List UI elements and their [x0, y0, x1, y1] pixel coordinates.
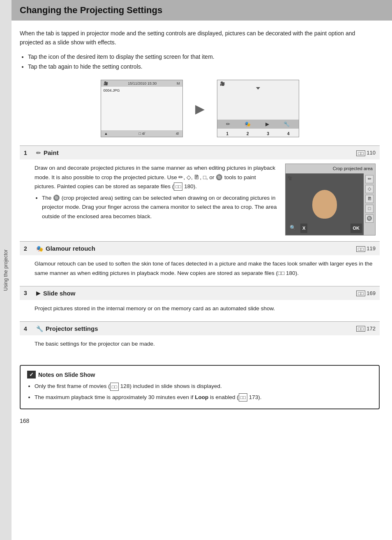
settings-section-icon: 🔧 [36, 325, 43, 332]
dropdown-indicator [256, 87, 260, 90]
section-3-ref: □□ 169 [356, 290, 376, 297]
frame-count: □ 4/ [138, 132, 145, 136]
diagram-area: 🎥 15/11/2010 15:30 M 0004.JPG ▲ □ 4/ 4! … [20, 80, 380, 137]
filename: 0004.JPG [101, 87, 182, 94]
section-1-header: 1 ✏ Paint □□ 110 [20, 145, 380, 159]
settings-icon[interactable]: 🔧 [284, 121, 290, 127]
crop-main: 🎥 🔍 X OK [286, 173, 364, 235]
section-1-split: Draw on and decorate projected pictures … [35, 164, 376, 235]
section-4-title: Projector settings [46, 325, 98, 332]
notes-list: Only the first frame of movies (□□ 128) … [35, 382, 372, 402]
cam-icon2: 🎥 [220, 81, 225, 86]
section-2-para: Glamour retouch can be used to soften th… [35, 259, 376, 278]
crop-screen: Crop projected area 🎥 🔍 X OK [285, 164, 376, 235]
section-3-header: 3 ▶ Slide show □□ 169 [20, 286, 380, 300]
bullet-item: Tap the tab again to hide the setting co… [28, 62, 380, 72]
screen2-topbar: 🎥 [217, 80, 299, 87]
label-3: 3 [264, 131, 272, 137]
section-1-number: 1 [24, 150, 30, 156]
notes-title: ✓ Notes on Slide Show [27, 371, 372, 378]
section-1-para: Draw on and decorate projected pictures … [35, 164, 277, 191]
section-2: 2 🎭 Glamour retouch □□ 119 Glamour retou… [20, 241, 380, 286]
section-3-title: Slide show [43, 290, 75, 297]
cam-corner-icon: 🎥 [287, 175, 292, 182]
main-content: Changing the Projecting Settings When th… [12, 0, 392, 540]
nav-left: ▲ [104, 132, 108, 136]
section-3-para: Project pictures stored in the internal … [35, 304, 376, 313]
notes-box: ✓ Notes on Slide Show Only the first fra… [20, 365, 380, 409]
crop-label: Crop projected area [286, 164, 375, 173]
intro-bullets: Tap the icon of the desired item to disp… [28, 52, 380, 72]
timestamp: 15/11/2010 15:30 [128, 81, 157, 85]
transition-arrow: ▶ [195, 102, 205, 116]
screen-after: 🎥 ✏ 🎭 ▶ 🔧 1 2 3 4 [217, 80, 299, 137]
section-4-number: 4 [24, 325, 30, 332]
page-number: 168 [20, 418, 380, 424]
section-1-ref: □□ 110 [356, 150, 376, 156]
label-1: 1 [224, 131, 231, 137]
sidebar-label: Using the projector [3, 249, 9, 291]
slideshow-icon[interactable]: ▶ [265, 121, 269, 127]
x-button[interactable]: X [300, 224, 307, 233]
sidebar: Using the projector [0, 0, 12, 540]
section-2-title-wrap: 2 🎭 Glamour retouch [24, 245, 356, 252]
section-2-number: 2 [24, 245, 30, 252]
screen-bottom-bar: ▲ □ 4/ 4! [101, 130, 182, 137]
section-1-bullet: The 🔘 (crop projected area) setting can … [42, 194, 277, 221]
side-icon-4[interactable]: □ [365, 205, 374, 213]
page-header: Changing the Projecting Settings [12, 0, 392, 21]
section-4-ref: □□ 172 [356, 325, 376, 332]
section-1-title: Paint [44, 149, 59, 156]
section-2-ref: □□ 119 [356, 245, 376, 252]
side-toolbar: ✏ ◇ 🖹 □ 🔘 [364, 173, 375, 235]
ok-button[interactable]: OK [350, 224, 362, 233]
section-3-number: 3 [24, 290, 30, 296]
section-2-body: Glamour retouch can be used to soften th… [20, 255, 380, 286]
crop-inner: 🎥 🔍 X OK ✏ ◇ 🖹 □ [286, 173, 375, 235]
page: Using the projector Changing the Project… [0, 0, 392, 540]
notes-title-text: Notes on Slide Show [38, 372, 95, 378]
label-4: 4 [285, 131, 292, 137]
zoom-icon[interactable]: 🔍 [288, 223, 297, 233]
section-1-title-wrap: 1 ✏ Paint [24, 149, 356, 156]
section-3: 3 ▶ Slide show □□ 169 Project pictures s… [20, 286, 380, 321]
section-4: 4 🔧 Projector settings □□ 172 The basic … [20, 321, 380, 357]
bottom-toolbar: ✏ 🎭 ▶ 🔧 [217, 120, 299, 129]
label-2: 2 [244, 131, 251, 137]
side-icon-2[interactable]: ◇ [365, 185, 374, 193]
section-1-body: Draw on and decorate projected pictures … [20, 159, 380, 241]
screen-before: 🎥 15/11/2010 15:30 M 0004.JPG ▲ □ 4/ 4! [101, 80, 183, 137]
section-3-body: Project pictures stored in the internal … [20, 300, 380, 321]
section-4-body: The basic settings for the projector can… [20, 335, 380, 357]
section-1-right: Crop projected area 🎥 🔍 X OK [285, 164, 376, 235]
frame-total: 4! [176, 132, 179, 136]
notes-bullet-1: Only the first frame of movies (□□ 128) … [35, 382, 372, 391]
side-icon-3[interactable]: 🖹 [365, 195, 374, 203]
face-circle [312, 190, 337, 219]
toolbar-labels: 1 2 3 4 [217, 131, 299, 137]
cam-icon: 🎥 [104, 81, 108, 85]
glamour-section-icon: 🎭 [36, 245, 43, 252]
section-4-title-wrap: 4 🔧 Projector settings [24, 325, 356, 332]
side-icon-1[interactable]: ✏ [365, 175, 374, 183]
screen-top-bar: 🎥 15/11/2010 15:30 M [101, 80, 182, 87]
notes-bullet-2: The maximum playback time is approximate… [35, 393, 372, 402]
section-1-left: Draw on and decorate projected pictures … [35, 164, 277, 235]
bullet-item: Tap the icon of the desired item to disp… [28, 52, 380, 62]
section-4-para: The basic settings for the projector can… [35, 339, 376, 348]
intro-paragraph: When the tab is tapped in projector mode… [20, 29, 380, 47]
page-title: Changing the Projecting Settings [20, 5, 384, 16]
section-3-title-wrap: 3 ▶ Slide show [24, 290, 356, 297]
section-4-header: 4 🔧 Projector settings □□ 172 [20, 321, 380, 335]
mode-icon: M [177, 81, 180, 85]
section-1: 1 ✏ Paint □□ 110 Draw on and decorate pr… [20, 145, 380, 241]
paint-icon[interactable]: ✏ [226, 121, 230, 127]
glamour-icon[interactable]: 🎭 [244, 121, 251, 127]
paint-section-icon: ✏ [36, 150, 41, 156]
notes-icon: ✓ [27, 371, 36, 378]
section-2-header: 2 🎭 Glamour retouch □□ 119 [20, 241, 380, 255]
side-icon-5[interactable]: 🔘 [365, 215, 374, 223]
section-2-title: Glamour retouch [46, 245, 95, 252]
slideshow-section-icon: ▶ [36, 290, 41, 296]
